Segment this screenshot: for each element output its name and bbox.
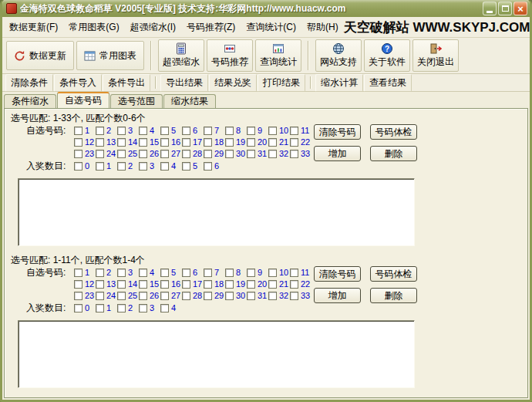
number-checkbox[interactable]: 3: [117, 269, 139, 277]
checkbox-box[interactable]: [290, 292, 298, 300]
checkbox-box[interactable]: [74, 280, 82, 289]
checkbox-box[interactable]: [182, 292, 190, 300]
checkbox-box[interactable]: [290, 150, 298, 158]
action-button[interactable]: 导出结果: [160, 74, 208, 92]
checkbox-box[interactable]: [247, 280, 255, 289]
checkbox-box[interactable]: [247, 138, 255, 147]
number-checkbox[interactable]: 23: [74, 292, 96, 300]
checkbox-box[interactable]: [204, 127, 212, 135]
checkbox-box[interactable]: [182, 162, 190, 171]
number-checkbox[interactable]: 23: [74, 150, 96, 158]
checkbox-box[interactable]: [139, 138, 147, 147]
checkbox-box[interactable]: [74, 150, 82, 158]
number-checkbox[interactable]: 31: [247, 150, 268, 158]
number-checkbox[interactable]: 15: [139, 138, 160, 147]
prize-checkbox[interactable]: 1: [96, 162, 117, 171]
checkbox-box[interactable]: [268, 292, 277, 300]
checkbox-box[interactable]: [204, 269, 212, 277]
number-checkbox[interactable]: 17: [182, 280, 204, 289]
toolbar-data-update-button[interactable]: 数据更新: [6, 41, 74, 70]
checkbox-box[interactable]: [139, 280, 147, 289]
action-button[interactable]: 查看结果: [364, 74, 412, 92]
checkbox-box[interactable]: [290, 138, 298, 147]
condition-listbox-2[interactable]: [18, 320, 415, 388]
checkbox-box[interactable]: [96, 280, 104, 289]
checkbox-box[interactable]: [74, 138, 82, 147]
number-checkbox[interactable]: 33: [290, 292, 311, 300]
checkbox-box[interactable]: [247, 127, 255, 135]
checkbox-box[interactable]: [204, 280, 212, 289]
number-checkbox[interactable]: 14: [117, 280, 139, 289]
checkbox-box[interactable]: [96, 127, 104, 135]
checkbox-box[interactable]: [247, 269, 255, 277]
checkbox-box[interactable]: [225, 280, 234, 289]
number-checkbox[interactable]: 3: [117, 127, 139, 135]
checkbox-box[interactable]: [268, 269, 277, 277]
number-checkbox[interactable]: 19: [225, 138, 247, 147]
checkbox-box[interactable]: [117, 292, 126, 300]
menu-item[interactable]: 帮助(H): [301, 18, 344, 37]
maximize-button[interactable]: [498, 2, 512, 15]
toolbar-about-button[interactable]: ? 关于软件: [364, 39, 410, 72]
number-checkbox[interactable]: 19: [225, 280, 247, 289]
toolbar-exit-button[interactable]: 关闭退出: [412, 39, 459, 72]
checkbox-box[interactable]: [96, 150, 104, 158]
number-checkbox[interactable]: 15: [139, 280, 160, 289]
toolbar-common-charts-button[interactable]: 常用图表: [76, 41, 144, 70]
checkbox-box[interactable]: [182, 150, 190, 158]
checkbox-box[interactable]: [74, 127, 82, 135]
number-checkbox[interactable]: 25: [117, 292, 139, 300]
toolbar-super-shrink-button[interactable]: 超强缩水: [158, 39, 204, 72]
add-condition-button[interactable]: 增加: [314, 288, 361, 303]
checkbox-box[interactable]: [160, 127, 169, 135]
checkbox-box[interactable]: [182, 280, 190, 289]
number-checkbox[interactable]: 24: [96, 292, 117, 300]
checkbox-box[interactable]: [160, 150, 169, 158]
menu-item[interactable]: 常用图表(G): [63, 18, 124, 37]
checkbox-box[interactable]: [96, 292, 104, 300]
menu-item[interactable]: 查询统计(C): [241, 18, 301, 37]
checkbox-box[interactable]: [204, 138, 212, 147]
tab-self-select-numbers[interactable]: 自选号码: [57, 92, 109, 108]
checkbox-box[interactable]: [204, 150, 212, 158]
checkbox-box[interactable]: [160, 162, 169, 171]
number-checkbox[interactable]: 9: [247, 269, 268, 277]
number-checkbox[interactable]: 27: [160, 292, 182, 300]
action-button[interactable]: 打印结果: [258, 74, 305, 92]
checkbox-box[interactable]: [117, 127, 126, 135]
checkbox-box[interactable]: [96, 269, 104, 277]
number-checkbox[interactable]: 18: [204, 280, 225, 289]
prize-checkbox[interactable]: 0: [74, 162, 96, 171]
checkbox-box[interactable]: [117, 280, 126, 289]
number-checkbox[interactable]: 22: [290, 138, 311, 147]
number-checkbox[interactable]: 32: [268, 292, 290, 300]
number-checkbox[interactable]: 1: [74, 269, 96, 277]
checkbox-box[interactable]: [117, 150, 126, 158]
number-checkbox[interactable]: 5: [160, 269, 182, 277]
action-button[interactable]: 缩水计算: [315, 74, 363, 92]
number-checkbox[interactable]: 7: [204, 269, 225, 277]
clear-numbers-button[interactable]: 清除号码: [314, 266, 361, 282]
remove-condition-button[interactable]: 删除: [370, 288, 417, 303]
prize-checkbox[interactable]: 2: [117, 162, 139, 171]
checkbox-box[interactable]: [204, 292, 212, 300]
number-checkbox[interactable]: 10: [268, 127, 290, 135]
tab-number-range[interactable]: 选号范围: [110, 94, 163, 108]
close-button[interactable]: ×: [513, 2, 527, 15]
checkbox-box[interactable]: [139, 304, 147, 312]
number-checkbox[interactable]: 6: [182, 127, 204, 135]
number-checkbox[interactable]: 4: [139, 127, 160, 135]
checkbox-box[interactable]: [182, 138, 190, 147]
clear-numbers-button[interactable]: 清除号码: [314, 124, 361, 140]
number-checkbox[interactable]: 7: [204, 127, 225, 135]
checkbox-box[interactable]: [139, 150, 147, 158]
number-checkbox[interactable]: 2: [96, 269, 117, 277]
tab-condition-shrink[interactable]: 条件缩水: [4, 94, 56, 108]
number-checkbox[interactable]: 26: [139, 292, 160, 300]
checkbox-box[interactable]: [117, 138, 126, 147]
check-numbers-button[interactable]: 号码体检: [370, 266, 417, 282]
prize-checkbox[interactable]: 1: [96, 304, 117, 312]
toolbar-number-recommend-button[interactable]: 号码推荐: [207, 39, 253, 72]
action-button[interactable]: 清除条件: [5, 74, 53, 92]
number-checkbox[interactable]: 25: [117, 150, 139, 158]
